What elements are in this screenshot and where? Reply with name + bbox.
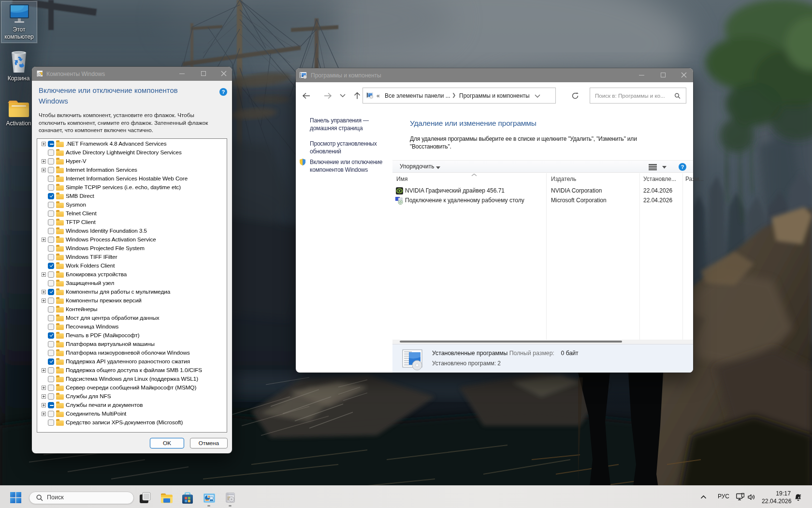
svg-text:z: z: [798, 496, 799, 499]
svg-text:z: z: [799, 493, 801, 497]
